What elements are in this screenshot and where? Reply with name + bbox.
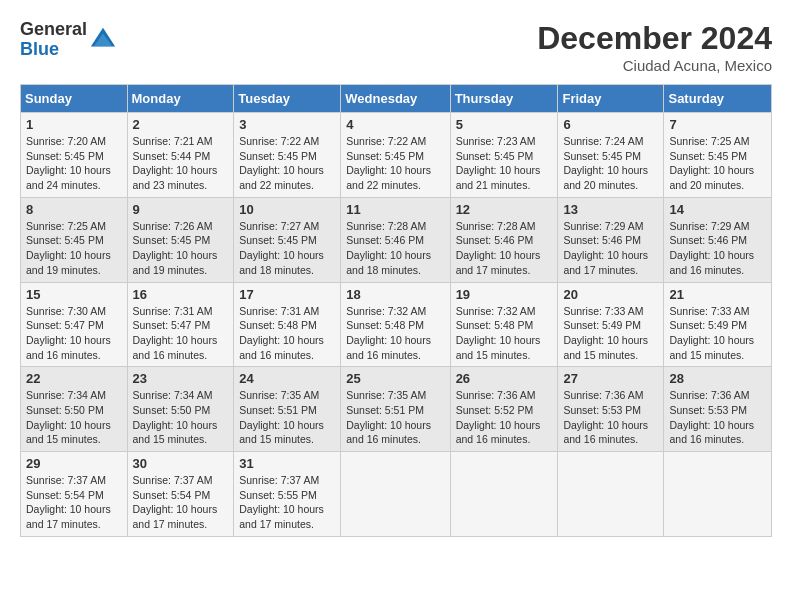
- day-number: 29: [26, 456, 122, 471]
- calendar-week-3: 15Sunrise: 7:30 AMSunset: 5:47 PMDayligh…: [21, 282, 772, 367]
- calendar-cell-27: 27Sunrise: 7:36 AMSunset: 5:53 PMDayligh…: [558, 367, 664, 452]
- calendar-cell-16: 16Sunrise: 7:31 AMSunset: 5:47 PMDayligh…: [127, 282, 234, 367]
- main-title: December 2024: [537, 20, 772, 57]
- day-number: 7: [669, 117, 766, 132]
- day-number: 11: [346, 202, 444, 217]
- day-info: Sunrise: 7:30 AMSunset: 5:47 PMDaylight:…: [26, 305, 111, 361]
- day-number: 4: [346, 117, 444, 132]
- col-saturday: Saturday: [664, 85, 772, 113]
- day-info: Sunrise: 7:25 AMSunset: 5:45 PMDaylight:…: [669, 135, 754, 191]
- col-sunday: Sunday: [21, 85, 128, 113]
- day-number: 18: [346, 287, 444, 302]
- calendar-header-row: Sunday Monday Tuesday Wednesday Thursday…: [21, 85, 772, 113]
- day-info: Sunrise: 7:37 AMSunset: 5:54 PMDaylight:…: [133, 474, 218, 530]
- calendar-cell-11: 11Sunrise: 7:28 AMSunset: 5:46 PMDayligh…: [341, 197, 450, 282]
- calendar-cell-8: 8Sunrise: 7:25 AMSunset: 5:45 PMDaylight…: [21, 197, 128, 282]
- day-info: Sunrise: 7:35 AMSunset: 5:51 PMDaylight:…: [346, 389, 431, 445]
- day-number: 26: [456, 371, 553, 386]
- calendar-week-5: 29Sunrise: 7:37 AMSunset: 5:54 PMDayligh…: [21, 452, 772, 537]
- calendar-cell-19: 19Sunrise: 7:32 AMSunset: 5:48 PMDayligh…: [450, 282, 558, 367]
- day-info: Sunrise: 7:28 AMSunset: 5:46 PMDaylight:…: [346, 220, 431, 276]
- logo: General Blue: [20, 20, 117, 60]
- calendar-cell-29: 29Sunrise: 7:37 AMSunset: 5:54 PMDayligh…: [21, 452, 128, 537]
- day-number: 16: [133, 287, 229, 302]
- calendar-cell-3: 3Sunrise: 7:22 AMSunset: 5:45 PMDaylight…: [234, 113, 341, 198]
- day-number: 5: [456, 117, 553, 132]
- day-number: 10: [239, 202, 335, 217]
- day-info: Sunrise: 7:34 AMSunset: 5:50 PMDaylight:…: [133, 389, 218, 445]
- calendar-cell-1: 1Sunrise: 7:20 AMSunset: 5:45 PMDaylight…: [21, 113, 128, 198]
- calendar-cell-7: 7Sunrise: 7:25 AMSunset: 5:45 PMDaylight…: [664, 113, 772, 198]
- page-header: General Blue December 2024 Ciudad Acuna,…: [20, 20, 772, 74]
- calendar-cell-9: 9Sunrise: 7:26 AMSunset: 5:45 PMDaylight…: [127, 197, 234, 282]
- day-info: Sunrise: 7:22 AMSunset: 5:45 PMDaylight:…: [239, 135, 324, 191]
- calendar-week-4: 22Sunrise: 7:34 AMSunset: 5:50 PMDayligh…: [21, 367, 772, 452]
- day-info: Sunrise: 7:37 AMSunset: 5:54 PMDaylight:…: [26, 474, 111, 530]
- day-number: 27: [563, 371, 658, 386]
- calendar-cell-4: 4Sunrise: 7:22 AMSunset: 5:45 PMDaylight…: [341, 113, 450, 198]
- day-number: 28: [669, 371, 766, 386]
- calendar-cell-18: 18Sunrise: 7:32 AMSunset: 5:48 PMDayligh…: [341, 282, 450, 367]
- day-number: 2: [133, 117, 229, 132]
- col-monday: Monday: [127, 85, 234, 113]
- calendar-cell-30: 30Sunrise: 7:37 AMSunset: 5:54 PMDayligh…: [127, 452, 234, 537]
- day-info: Sunrise: 7:36 AMSunset: 5:52 PMDaylight:…: [456, 389, 541, 445]
- day-info: Sunrise: 7:25 AMSunset: 5:45 PMDaylight:…: [26, 220, 111, 276]
- logo-icon: [89, 26, 117, 54]
- day-info: Sunrise: 7:28 AMSunset: 5:46 PMDaylight:…: [456, 220, 541, 276]
- day-number: 14: [669, 202, 766, 217]
- day-number: 25: [346, 371, 444, 386]
- day-info: Sunrise: 7:22 AMSunset: 5:45 PMDaylight:…: [346, 135, 431, 191]
- calendar-cell-10: 10Sunrise: 7:27 AMSunset: 5:45 PMDayligh…: [234, 197, 341, 282]
- calendar-cell-17: 17Sunrise: 7:31 AMSunset: 5:48 PMDayligh…: [234, 282, 341, 367]
- day-info: Sunrise: 7:35 AMSunset: 5:51 PMDaylight:…: [239, 389, 324, 445]
- day-info: Sunrise: 7:32 AMSunset: 5:48 PMDaylight:…: [346, 305, 431, 361]
- day-info: Sunrise: 7:33 AMSunset: 5:49 PMDaylight:…: [563, 305, 648, 361]
- day-info: Sunrise: 7:31 AMSunset: 5:48 PMDaylight:…: [239, 305, 324, 361]
- day-info: Sunrise: 7:32 AMSunset: 5:48 PMDaylight:…: [456, 305, 541, 361]
- calendar-cell-24: 24Sunrise: 7:35 AMSunset: 5:51 PMDayligh…: [234, 367, 341, 452]
- day-number: 1: [26, 117, 122, 132]
- calendar-cell-21: 21Sunrise: 7:33 AMSunset: 5:49 PMDayligh…: [664, 282, 772, 367]
- day-info: Sunrise: 7:24 AMSunset: 5:45 PMDaylight:…: [563, 135, 648, 191]
- calendar-cell-31: 31Sunrise: 7:37 AMSunset: 5:55 PMDayligh…: [234, 452, 341, 537]
- subtitle: Ciudad Acuna, Mexico: [537, 57, 772, 74]
- calendar-cell-13: 13Sunrise: 7:29 AMSunset: 5:46 PMDayligh…: [558, 197, 664, 282]
- logo-general-text: General: [20, 20, 87, 40]
- calendar-cell-empty: [558, 452, 664, 537]
- day-number: 8: [26, 202, 122, 217]
- calendar-cell-22: 22Sunrise: 7:34 AMSunset: 5:50 PMDayligh…: [21, 367, 128, 452]
- col-tuesday: Tuesday: [234, 85, 341, 113]
- day-info: Sunrise: 7:26 AMSunset: 5:45 PMDaylight:…: [133, 220, 218, 276]
- day-info: Sunrise: 7:36 AMSunset: 5:53 PMDaylight:…: [563, 389, 648, 445]
- day-number: 3: [239, 117, 335, 132]
- day-info: Sunrise: 7:20 AMSunset: 5:45 PMDaylight:…: [26, 135, 111, 191]
- title-block: December 2024 Ciudad Acuna, Mexico: [537, 20, 772, 74]
- calendar-cell-empty: [450, 452, 558, 537]
- day-number: 19: [456, 287, 553, 302]
- day-info: Sunrise: 7:29 AMSunset: 5:46 PMDaylight:…: [669, 220, 754, 276]
- calendar-cell-14: 14Sunrise: 7:29 AMSunset: 5:46 PMDayligh…: [664, 197, 772, 282]
- day-number: 6: [563, 117, 658, 132]
- calendar-table: Sunday Monday Tuesday Wednesday Thursday…: [20, 84, 772, 537]
- day-info: Sunrise: 7:27 AMSunset: 5:45 PMDaylight:…: [239, 220, 324, 276]
- day-info: Sunrise: 7:29 AMSunset: 5:46 PMDaylight:…: [563, 220, 648, 276]
- day-number: 12: [456, 202, 553, 217]
- calendar-cell-26: 26Sunrise: 7:36 AMSunset: 5:52 PMDayligh…: [450, 367, 558, 452]
- calendar-cell-15: 15Sunrise: 7:30 AMSunset: 5:47 PMDayligh…: [21, 282, 128, 367]
- day-number: 24: [239, 371, 335, 386]
- day-info: Sunrise: 7:36 AMSunset: 5:53 PMDaylight:…: [669, 389, 754, 445]
- calendar-week-2: 8Sunrise: 7:25 AMSunset: 5:45 PMDaylight…: [21, 197, 772, 282]
- calendar-cell-5: 5Sunrise: 7:23 AMSunset: 5:45 PMDaylight…: [450, 113, 558, 198]
- calendar-cell-20: 20Sunrise: 7:33 AMSunset: 5:49 PMDayligh…: [558, 282, 664, 367]
- day-number: 23: [133, 371, 229, 386]
- day-info: Sunrise: 7:34 AMSunset: 5:50 PMDaylight:…: [26, 389, 111, 445]
- day-info: Sunrise: 7:37 AMSunset: 5:55 PMDaylight:…: [239, 474, 324, 530]
- col-thursday: Thursday: [450, 85, 558, 113]
- day-number: 9: [133, 202, 229, 217]
- calendar-week-1: 1Sunrise: 7:20 AMSunset: 5:45 PMDaylight…: [21, 113, 772, 198]
- day-number: 17: [239, 287, 335, 302]
- day-info: Sunrise: 7:21 AMSunset: 5:44 PMDaylight:…: [133, 135, 218, 191]
- calendar-cell-12: 12Sunrise: 7:28 AMSunset: 5:46 PMDayligh…: [450, 197, 558, 282]
- calendar-cell-28: 28Sunrise: 7:36 AMSunset: 5:53 PMDayligh…: [664, 367, 772, 452]
